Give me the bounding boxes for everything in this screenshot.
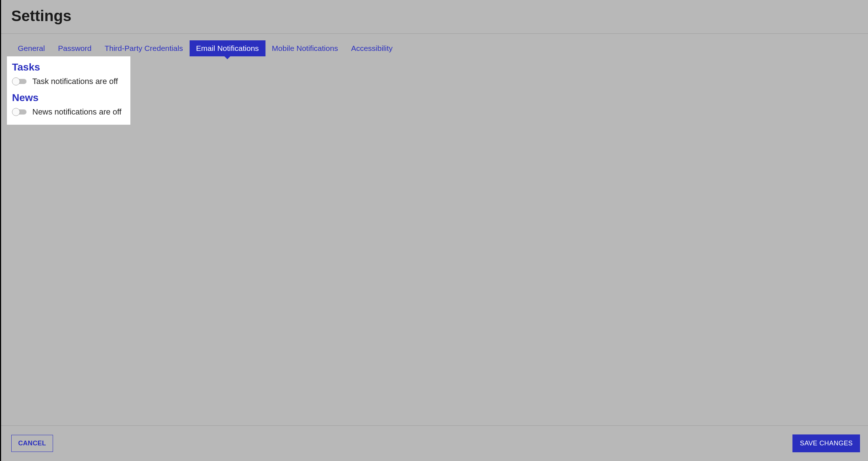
tasks-toggle[interactable] <box>12 77 28 85</box>
tab-email-notifications[interactable]: Email Notifications <box>190 40 265 56</box>
tab-third-party-credentials[interactable]: Third-Party Credentials <box>98 40 190 56</box>
news-toggle-label: News notifications are off <box>32 107 121 117</box>
page-header: Settings <box>1 0 868 34</box>
toggle-knob-icon <box>12 108 20 116</box>
notifications-panel: Tasks Task notifications are off News <box>7 56 130 125</box>
section-tasks: Tasks Task notifications are off <box>12 61 123 86</box>
section-news: News News notifications are off <box>12 92 123 117</box>
tabs-bar: General Password Third-Party Credentials… <box>1 40 868 56</box>
tab-password[interactable]: Password <box>52 40 98 56</box>
toggle-row-news: News notifications are off <box>12 107 123 117</box>
footer-bar: CANCEL SAVE CHANGES <box>1 425 868 461</box>
tab-accessibility[interactable]: Accessibility <box>345 40 399 56</box>
page-title: Settings <box>11 7 858 25</box>
toggle-row-tasks: Task notifications are off <box>12 77 123 86</box>
section-heading-news: News <box>12 92 123 104</box>
save-changes-button[interactable]: SAVE CHANGES <box>792 434 860 452</box>
tab-general[interactable]: General <box>11 40 52 56</box>
settings-page: Settings General Password Third-Party Cr… <box>0 0 868 461</box>
tasks-toggle-label: Task notifications are off <box>32 77 118 86</box>
section-heading-tasks: Tasks <box>12 61 123 73</box>
cancel-button[interactable]: CANCEL <box>11 435 53 452</box>
news-toggle[interactable] <box>12 108 28 116</box>
tab-mobile-notifications[interactable]: Mobile Notifications <box>265 40 345 56</box>
toggle-knob-icon <box>12 77 20 85</box>
content-area: Tasks Task notifications are off News <box>1 56 868 425</box>
